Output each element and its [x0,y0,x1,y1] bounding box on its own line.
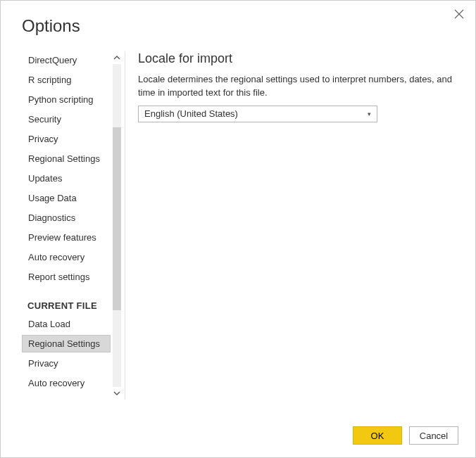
scroll-track[interactable] [113,64,121,387]
sidebar-item-regional-settings[interactable]: Regional Settings [22,150,111,167]
sidebar-item-report-settings[interactable]: Report settings [22,268,111,286]
sidebar: DirectQuery R scripting Python scripting… [22,51,111,400]
locale-dropdown[interactable]: English (United States) ▾ [138,106,377,122]
sidebar-scrollbar[interactable] [111,51,123,400]
section-description: Locale determines the regional settings … [138,73,458,100]
dialog-title: Options [1,1,475,44]
ok-button[interactable]: OK [353,426,402,445]
close-button[interactable] [454,9,464,19]
sidebar-section-current-file: CURRENT FILE [22,288,111,315]
sidebar-item-usage-data[interactable]: Usage Data [22,189,111,207]
chevron-down-icon [113,391,120,395]
sidebar-item-preview-features[interactable]: Preview features [22,229,111,246]
main-panel: Locale for import Locale determines the … [125,51,475,400]
cancel-button[interactable]: Cancel [409,426,458,445]
scroll-down-button[interactable] [111,387,123,400]
close-icon [454,9,464,19]
sidebar-item-diagnostics[interactable]: Diagnostics [22,209,111,227]
scroll-up-button[interactable] [111,51,123,64]
sidebar-item-security[interactable]: Security [22,110,111,128]
sidebar-cf-privacy[interactable]: Privacy [22,355,111,372]
dialog-footer: OK Cancel [353,426,458,445]
sidebar-item-r-scripting[interactable]: R scripting [22,71,111,89]
sidebar-item-privacy[interactable]: Privacy [22,130,111,148]
sidebar-item-auto-recovery[interactable]: Auto recovery [22,248,111,266]
sidebar-item-python-scripting[interactable]: Python scripting [22,91,111,108]
caret-down-icon: ▾ [368,110,371,117]
scroll-thumb[interactable] [113,127,121,310]
locale-dropdown-value: English (United States) [144,108,238,119]
sidebar-item-directquery[interactable]: DirectQuery [22,51,111,69]
section-heading: Locale for import [138,51,458,66]
sidebar-cf-regional-settings[interactable]: Regional Settings [22,335,111,352]
sidebar-cf-data-load[interactable]: Data Load [22,315,111,333]
sidebar-item-updates[interactable]: Updates [22,170,111,187]
chevron-up-icon [113,56,120,60]
sidebar-cf-directquery[interactable]: DirectQuery [22,394,111,400]
sidebar-cf-auto-recovery[interactable]: Auto recovery [22,374,111,392]
